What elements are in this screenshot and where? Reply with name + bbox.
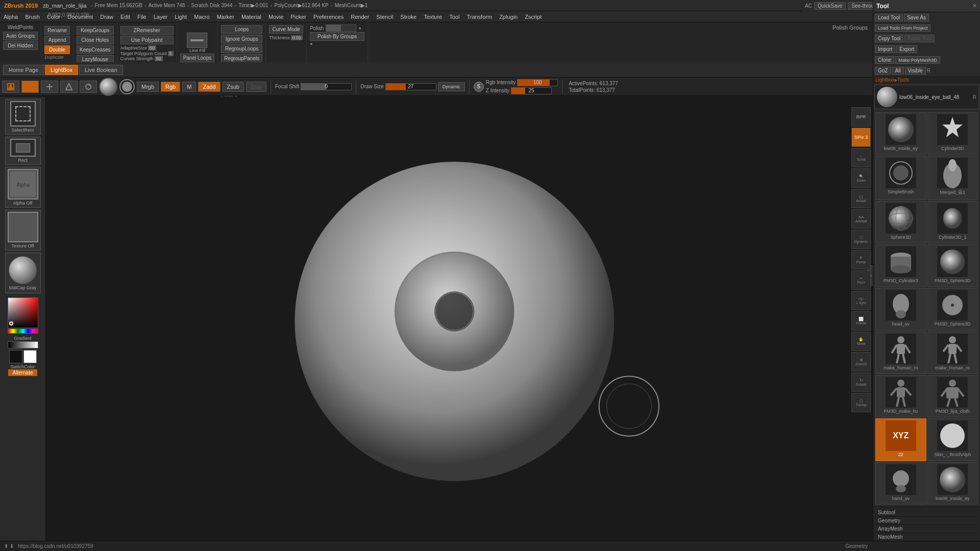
m-btn[interactable]: M xyxy=(182,82,196,92)
tool-item-cylinder3d[interactable]: Cylinder3D xyxy=(927,112,978,155)
gradient-bar[interactable] xyxy=(8,341,38,348)
append-btn[interactable]: Append xyxy=(44,36,70,44)
tool-item-merged1[interactable]: Merged_葫1 xyxy=(927,156,978,199)
frame-btn[interactable]: ⬜ Frame xyxy=(851,311,871,331)
rgb-btn[interactable]: Rgb xyxy=(161,82,180,92)
load-tools-from-project-btn[interactable]: Load Tools From Project xyxy=(875,24,930,32)
rename-btn[interactable]: Rename xyxy=(44,26,70,35)
menu-draw[interactable]: Draw xyxy=(96,13,117,21)
array-mesh-item[interactable]: ArrayMesh xyxy=(875,525,978,533)
lsym-btn[interactable]: ◁▷ L Sym xyxy=(851,291,871,310)
texture-off-tool[interactable]: Texture Off xyxy=(5,210,41,251)
import-btn[interactable]: Import xyxy=(875,45,895,53)
menu-edit[interactable]: Edit xyxy=(117,13,134,21)
panel-close-icon[interactable]: ✕ xyxy=(972,3,977,9)
tool-item-sphere3d[interactable]: Sphere3D xyxy=(875,201,926,243)
close-holes-btn[interactable]: Close Holes xyxy=(77,36,114,44)
tool-item-simplebrush[interactable]: SimpleBrush xyxy=(875,156,926,199)
alpha-off-tool[interactable]: Alpha Alpha Off xyxy=(5,167,41,208)
draw-btn[interactable] xyxy=(21,81,39,93)
lightbox-tools-link[interactable]: Lightbox▸Tools xyxy=(873,76,980,84)
edit-btn[interactable] xyxy=(2,81,19,93)
color-square[interactable] xyxy=(8,297,38,328)
keep-groups-btn[interactable]: KeepGroups xyxy=(77,26,114,35)
zoom-btn[interactable]: 🔍 Zoom xyxy=(851,168,871,188)
menu-render[interactable]: Render xyxy=(347,13,373,21)
keep-creases-btn[interactable]: KeepCreases xyxy=(77,45,114,54)
zcur-btn[interactable]: Zcur xyxy=(246,82,266,92)
swatch-black[interactable] xyxy=(9,350,22,363)
swatch-white[interactable] xyxy=(23,350,37,363)
brush-preview[interactable] xyxy=(99,78,117,96)
tool-item-skin[interactable]: Skin_-_BrushAlph xyxy=(927,418,978,461)
rect-tool[interactable]: Rect xyxy=(5,137,41,165)
scroll-btn[interactable]: ↕ Scroll xyxy=(851,148,871,167)
menu-zscript[interactable]: Zscript xyxy=(521,13,545,21)
tool-item-cyl1[interactable]: Cylinder3D_1 xyxy=(927,201,978,243)
floor-btn[interactable]: ═ Floor xyxy=(851,270,871,290)
spix-btn[interactable]: SPix 3 xyxy=(851,128,871,147)
quick-save-button[interactable]: QuickSave xyxy=(814,2,846,10)
menu-picker[interactable]: Picker xyxy=(287,13,310,21)
tool-item-low06-2[interactable]: low06_inside_ey xyxy=(927,462,978,505)
z-intensity-slider[interactable]: 25 xyxy=(511,87,552,94)
save-as-btn[interactable]: Save As xyxy=(904,14,929,21)
nano-mesh-item[interactable]: NanoMesh xyxy=(875,533,978,541)
menu-texture[interactable]: Texture xyxy=(420,13,446,21)
ignore-groups-btn[interactable]: Ignore Groups xyxy=(221,35,262,43)
bpr-btn[interactable]: BPR xyxy=(851,107,871,127)
tool-item-handuv[interactable]: hand_uv xyxy=(875,462,926,505)
dynamic-vt-btn[interactable]: ⬡ Dynamic xyxy=(851,230,871,249)
make-polymesh3d-btn[interactable]: Make PolyMesh3D xyxy=(895,56,940,64)
menu-tool[interactable]: Tool xyxy=(446,13,463,21)
brush-mode-circle[interactable] xyxy=(119,79,135,94)
rgb-intensity-slider[interactable]: 100 xyxy=(517,79,558,86)
double-btn[interactable]: Double xyxy=(44,45,70,54)
menu-macro[interactable]: Macro xyxy=(190,13,213,21)
menu-stencil[interactable]: Stencil xyxy=(373,13,397,21)
paste-tool-btn[interactable]: Paste Tool xyxy=(904,35,935,42)
all-btn[interactable]: All xyxy=(892,67,903,74)
zadd-btn[interactable]: Zadd xyxy=(198,82,220,92)
persp-btn[interactable]: P Persp xyxy=(851,250,871,269)
focal-shift-slider[interactable]: 0 xyxy=(301,83,352,90)
zsub-btn[interactable]: Zsub xyxy=(223,82,244,92)
mrgb-btn[interactable]: Mrgb xyxy=(137,82,159,92)
menu-zplugin[interactable]: Zplugin xyxy=(496,13,521,21)
subtool-item[interactable]: Subtool xyxy=(875,509,978,517)
tool-item-low06[interactable]: low06_inside_ey xyxy=(875,112,926,155)
menu-marker[interactable]: Marker xyxy=(213,13,238,21)
color-picker-tool[interactable]: Gradient SwitchColor Alternate xyxy=(6,295,40,378)
tool-item-pm3dcyl[interactable]: PM3D_Cylinder3 xyxy=(875,244,926,287)
tool-item-pm3dsph[interactable]: PM3D_Sphere3D xyxy=(927,244,978,287)
zoomd-btn[interactable]: ⊕ ZoomD xyxy=(851,352,871,371)
rotate-btn[interactable] xyxy=(80,81,97,93)
export-btn[interactable]: Export xyxy=(896,45,917,53)
loops-btn[interactable]: Loops xyxy=(221,25,262,34)
menu-stroke[interactable]: Stroke xyxy=(397,13,420,21)
curve-mode-btn[interactable]: Curve Mode xyxy=(269,25,303,34)
tool-item-pm3dcloth[interactable]: PM3D_lijia_cloth xyxy=(927,375,978,417)
menu-layer[interactable]: Layer xyxy=(150,13,172,21)
regroup-loops-btn[interactable]: RegroupLoops xyxy=(221,44,262,53)
tool-item-xyz[interactable]: XYZ 22 xyxy=(875,418,926,461)
matcap-tool[interactable]: MatCap Gray xyxy=(5,253,41,293)
menu-preferences[interactable]: Preferences xyxy=(310,13,347,21)
tool-item-headuv[interactable]: head_uv xyxy=(875,288,926,330)
rotate-vt-btn[interactable]: ↻ Rotate xyxy=(851,372,871,392)
aahalf-btn[interactable]: AA AAHalf xyxy=(851,209,871,229)
polish-slider[interactable] xyxy=(326,24,356,32)
tool-item-pm3dhuman[interactable]: PM3D_make_hu xyxy=(875,375,926,417)
dynamic-btn[interactable]: Dynamic xyxy=(438,82,465,91)
tab-lightbox[interactable]: LightBox xyxy=(45,65,78,75)
visible-btn[interactable]: Visible xyxy=(905,67,926,74)
menu-file[interactable]: File xyxy=(134,13,150,21)
s-button[interactable]: S xyxy=(474,82,484,92)
del-hidden-btn[interactable]: Del Hidden xyxy=(3,41,38,50)
copy-tool-btn[interactable]: Copy Tool xyxy=(875,35,903,42)
geometry-item[interactable]: Geometry xyxy=(875,517,978,525)
draw-size-slider[interactable]: 27 xyxy=(385,83,436,90)
polish-by-groups-btn[interactable]: Polish By Groups xyxy=(310,32,364,41)
move-vt-btn[interactable]: ✋ Move xyxy=(851,332,871,351)
actual-btn[interactable]: [ ] Actual xyxy=(851,189,871,208)
